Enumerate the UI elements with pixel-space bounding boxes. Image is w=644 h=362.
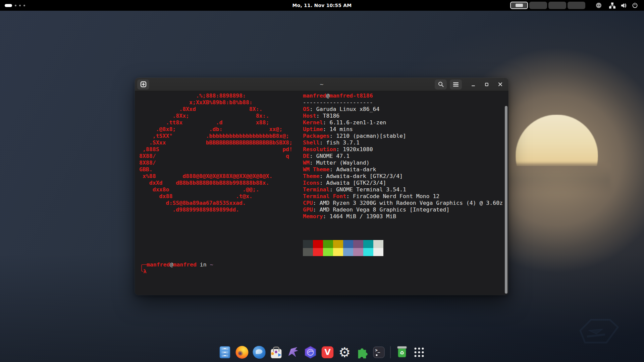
info-line: WM: Mutter (Wayland) bbox=[303, 160, 503, 166]
info-line: Icons: Adwaita [GTK2/3/4] bbox=[303, 180, 503, 186]
active-workspace-pill bbox=[5, 4, 12, 7]
menu-button[interactable] bbox=[450, 79, 462, 89]
window-title: ~ bbox=[320, 81, 324, 87]
info-line: Host: T8186 bbox=[303, 113, 503, 119]
maximize-button[interactable] bbox=[482, 79, 491, 89]
dock-separator bbox=[390, 346, 391, 358]
info-line: Uptime: 14 mins bbox=[303, 126, 503, 133]
dock-item-extensions[interactable] bbox=[355, 345, 369, 359]
clock[interactable]: Mo, 11. Nov 10:55 AM bbox=[292, 0, 352, 11]
palette-swatch bbox=[313, 240, 323, 248]
dock-item-firefox[interactable] bbox=[235, 345, 249, 359]
window-previews bbox=[510, 2, 585, 9]
palette-swatch bbox=[363, 248, 373, 256]
close-icon[interactable] bbox=[496, 79, 504, 89]
garuda-watermark-logo bbox=[570, 316, 624, 349]
palette-swatch bbox=[313, 248, 323, 256]
info-line: GPU: AMD Radeon Vega 8 Graphics [Integra… bbox=[303, 206, 503, 213]
palette-row1 bbox=[303, 240, 383, 248]
palette-swatch bbox=[373, 240, 383, 248]
files-icon bbox=[220, 346, 230, 358]
palette-swatch bbox=[323, 248, 333, 256]
palette-swatch bbox=[303, 248, 313, 256]
dock: V ⚙ >_ ♻ bbox=[218, 345, 426, 359]
fetch-title: manfred@manfred-t8186 bbox=[303, 93, 503, 99]
info-line: Theme: Adwaita-dark [GTK2/3/4] bbox=[303, 173, 503, 180]
info-line: Kernel: 6.11.6-zen1-1-zen bbox=[303, 119, 503, 126]
fetch-separator: --------------------- bbox=[303, 99, 503, 106]
terminal-content[interactable]: .%;888:8898898: x;XxXB%89b8:b8%b88: .8Xx… bbox=[135, 91, 508, 295]
dock-item-settings[interactable]: ⚙ bbox=[338, 345, 352, 359]
extensions-puzzle-icon bbox=[355, 346, 369, 359]
wallpaper-haze bbox=[503, 164, 610, 194]
terminal-window: ~ bbox=[135, 78, 508, 295]
palette-swatch bbox=[303, 240, 313, 248]
activities-workspace-indicator[interactable] bbox=[5, 4, 25, 7]
top-bar: Mo, 11. Nov 10:55 AM bbox=[0, 0, 644, 11]
status-icon[interactable] bbox=[595, 2, 602, 9]
dock-item-vivaldi[interactable]: V bbox=[321, 345, 335, 359]
shell-prompt: ╭─manfred@manfred in ~ ╰λ bbox=[140, 261, 213, 275]
garuda-eagle-icon bbox=[287, 346, 300, 359]
garuda-settings-icon bbox=[304, 346, 317, 359]
info-lines: manfred@manfred-t8186 ------------------… bbox=[303, 93, 503, 220]
palette-swatch bbox=[333, 248, 343, 256]
thunderbird-icon bbox=[253, 346, 266, 359]
info-line: Resolution: 644x362 bbox=[303, 146, 503, 153]
workspace-dot bbox=[23, 5, 25, 6]
workspace-preview[interactable] bbox=[529, 2, 547, 9]
palette-swatch bbox=[323, 240, 333, 248]
settings-gear-icon: ⚙ bbox=[339, 346, 351, 359]
dock-item-files[interactable] bbox=[218, 345, 232, 359]
workspace-preview[interactable] bbox=[568, 2, 585, 9]
info-line: CPU: AMD Ryzen 3 3200G with Radeon Vega … bbox=[303, 200, 503, 206]
info-line: WM Theme: Adwaita-dark bbox=[303, 166, 503, 173]
dock-item-terminal[interactable]: >_ bbox=[372, 345, 386, 359]
ascii-art: .%;888:8898898: x;XxXB%89b8:b8%b88: .8Xx… bbox=[139, 93, 292, 213]
wallpaper-sun bbox=[516, 115, 598, 166]
palette-swatch bbox=[343, 248, 353, 256]
network-ethernet-icon[interactable] bbox=[609, 2, 615, 9]
dock-item-trash[interactable]: ♻ bbox=[395, 345, 409, 359]
dock-item-app-grid[interactable] bbox=[412, 345, 426, 359]
info-line: Shell: fish 3.7.1 bbox=[303, 139, 503, 146]
info-line: Memory: 1464 MiB / 13903 MiB bbox=[303, 213, 503, 220]
titlebar[interactable]: ~ bbox=[135, 78, 508, 91]
dock-item-software[interactable] bbox=[269, 345, 283, 359]
dock-item-garuda-welcome[interactable] bbox=[286, 345, 301, 359]
workspace-preview[interactable] bbox=[548, 2, 566, 9]
firefox-icon bbox=[236, 346, 249, 359]
info-line: Packages: 1210 (pacman)[stable] bbox=[303, 133, 503, 139]
scrollbar[interactable] bbox=[505, 106, 507, 294]
minimize-button[interactable] bbox=[469, 79, 478, 89]
power-icon[interactable] bbox=[632, 2, 638, 9]
palette-row2 bbox=[303, 248, 383, 256]
trash-icon: ♻ bbox=[397, 346, 408, 358]
workspace-dot bbox=[19, 5, 21, 6]
workspace-dot bbox=[15, 5, 16, 6]
workspace-preview[interactable] bbox=[510, 2, 528, 9]
palette-swatch bbox=[333, 240, 343, 248]
info-line: OS: Garuda Linux x86_64 bbox=[303, 106, 503, 113]
palette-swatch bbox=[353, 248, 363, 256]
info-line: Terminal: GNOME Terminal 3.54.1 bbox=[303, 186, 503, 193]
vivaldi-icon: V bbox=[322, 346, 334, 358]
app-grid-icon bbox=[415, 348, 424, 357]
color-palette bbox=[303, 240, 383, 256]
info-line: Terminal Font: FiraCode Nerd Font Mono 1… bbox=[303, 193, 503, 200]
dock-item-garuda-settings[interactable] bbox=[304, 345, 318, 359]
volume-icon[interactable] bbox=[620, 2, 627, 9]
prompt-line-2: ╰λ bbox=[140, 268, 213, 275]
search-button[interactable] bbox=[435, 79, 447, 89]
palette-swatch bbox=[373, 248, 383, 256]
palette-swatch bbox=[343, 240, 353, 248]
dock-item-thunderbird[interactable] bbox=[252, 345, 266, 359]
new-tab-button[interactable] bbox=[137, 79, 149, 89]
info-line: DE: GNOME 47.1 bbox=[303, 153, 503, 160]
software-store-icon bbox=[271, 349, 282, 358]
palette-swatch bbox=[353, 240, 363, 248]
prompt-line-1: ╭─manfred@manfred in ~ bbox=[140, 261, 213, 268]
palette-swatch bbox=[363, 240, 373, 248]
terminal-app-icon: >_ bbox=[373, 347, 385, 358]
